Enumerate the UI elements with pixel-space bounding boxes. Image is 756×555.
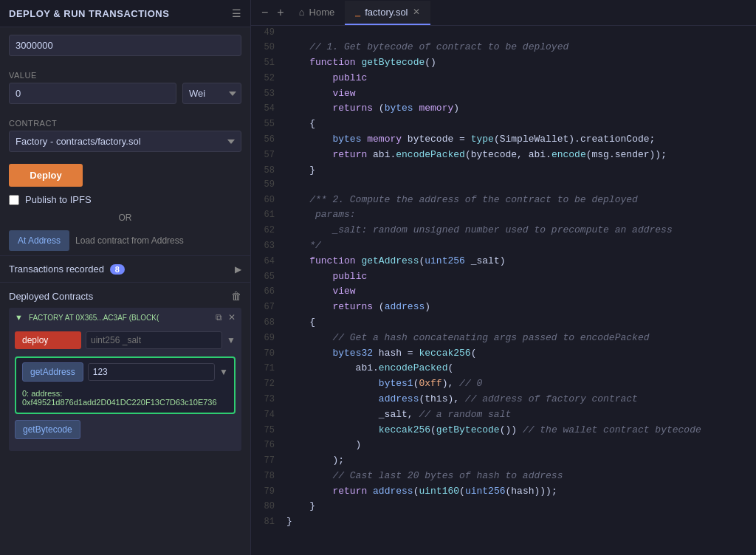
copy-icon[interactable]: ⧉ xyxy=(216,312,222,323)
panel-title: DEPLOY & RUN TRANSACTIONS xyxy=(9,8,169,19)
chevron-right-icon: ▶ xyxy=(235,264,241,275)
line-content: return address(uint160(uint256(hash))); xyxy=(286,484,756,500)
deploy-fn-chevron[interactable]: ▼ xyxy=(227,335,236,345)
line-content: bytes1(0xff), // 0 xyxy=(286,376,756,392)
line-number: 75 xyxy=(251,424,286,438)
tab-close-icon[interactable]: ✕ xyxy=(413,7,420,17)
code-line: 65 public xyxy=(251,269,756,285)
code-line: 80 } xyxy=(251,499,756,514)
at-address-button[interactable]: At Address xyxy=(9,230,69,251)
deploy-fn-button[interactable]: deploy xyxy=(15,331,81,349)
line-content: } xyxy=(286,514,756,530)
or-divider: OR xyxy=(0,210,250,226)
code-line: 60 /** 2. Compute the address of the con… xyxy=(251,193,756,208)
line-number: 61 xyxy=(251,208,286,222)
line-content: { xyxy=(286,117,756,132)
value-row: Wei Gwei Finney Ether xyxy=(9,83,241,104)
tab-factory[interactable]: ⎯ factory.sol ✕ xyxy=(345,1,430,25)
line-content: function getAddress(uint256 _salt) xyxy=(286,254,756,269)
code-line: 66 view xyxy=(251,284,756,300)
line-number: 78 xyxy=(251,469,286,483)
get-bytecode-button[interactable]: getBytecode xyxy=(15,420,80,439)
line-content: */ xyxy=(286,238,756,254)
code-line: 50 // 1. Get bytecode of contract to be … xyxy=(251,40,756,55)
code-line: 56 bytes memory bytecode = type(SimpleWa… xyxy=(251,132,756,148)
line-content: address(this), // address of factory con… xyxy=(286,392,756,407)
code-line: 57 return abi.encodePacked(bytecode, abi… xyxy=(251,148,756,163)
line-number: 52 xyxy=(251,72,286,86)
code-line: 68 { xyxy=(251,315,756,331)
deploy-section: Deploy xyxy=(0,159,250,190)
line-number: 80 xyxy=(251,500,286,514)
line-content: bytes32 hash = keccak256( xyxy=(286,346,756,362)
panel-header: DEPLOY & RUN TRANSACTIONS ☰ xyxy=(0,0,250,27)
factory-instance: ▼ FACTORY AT 0X365...AC3AF (BLOCK( ⧉ ✕ d… xyxy=(9,308,241,451)
get-address-result: 0: address: 0xf49521d876d1add2D041DC220F… xyxy=(16,386,234,413)
value-label: VALUE xyxy=(9,71,241,80)
line-content: ) xyxy=(286,438,756,453)
factory-address: FACTORY AT 0X365...AC3AF (BLOCK( xyxy=(29,314,159,322)
value-unit-select[interactable]: Wei Gwei Finney Ether xyxy=(182,83,241,104)
line-number: 49 xyxy=(251,26,286,40)
code-line: 79 return address(uint160(uint256(hash))… xyxy=(251,484,756,500)
publish-row: Publish to IPFS xyxy=(0,190,250,210)
code-area: 4950 // 1. Get bytecode of contract to b… xyxy=(251,26,756,555)
line-content: params: xyxy=(286,207,756,223)
deployed-contracts: Deployed Contracts 🗑 ▼ FACTORY AT 0X365.… xyxy=(0,282,250,464)
contract-select[interactable]: Factory - contracts/factory.sol xyxy=(9,131,241,152)
left-panel: DEPLOY & RUN TRANSACTIONS ☰ VALUE Wei Gw… xyxy=(0,0,251,555)
chevron-down-icon: ▼ xyxy=(15,313,23,322)
line-number: 71 xyxy=(251,362,286,376)
code-line: 67 returns (address) xyxy=(251,300,756,315)
line-number: 72 xyxy=(251,377,286,391)
line-number: 70 xyxy=(251,347,286,361)
value-input[interactable] xyxy=(9,83,176,104)
line-number: 77 xyxy=(251,454,286,468)
tab-home[interactable]: ⌂ Home xyxy=(289,1,346,25)
line-content: // 1. Get bytecode of contract to be dep… xyxy=(286,40,756,55)
zoom-out-button[interactable]: − xyxy=(257,0,272,25)
line-number: 68 xyxy=(251,316,286,330)
file-icon: ⎯ xyxy=(355,7,360,17)
line-number: 81 xyxy=(251,515,286,529)
get-address-header: getAddress ▼ xyxy=(16,358,234,386)
line-number: 65 xyxy=(251,270,286,284)
code-line: 63 */ xyxy=(251,238,756,254)
factory-header[interactable]: ▼ FACTORY AT 0X365...AC3AF (BLOCK( ⧉ ✕ xyxy=(9,308,241,327)
get-address-button[interactable]: getAddress xyxy=(22,362,83,382)
line-content: /** 2. Compute the address of the contra… xyxy=(286,193,756,208)
get-address-input[interactable] xyxy=(88,363,215,381)
line-content: view xyxy=(286,86,756,102)
deployed-header: Deployed Contracts 🗑 xyxy=(9,290,241,302)
line-number: 57 xyxy=(251,148,286,162)
line-number: 59 xyxy=(251,178,286,192)
code-line: 62 _salt: random unsigned number used to… xyxy=(251,223,756,238)
deploy-fn-input[interactable] xyxy=(86,331,222,349)
publish-checkbox[interactable] xyxy=(9,195,19,205)
tab-home-label: Home xyxy=(309,7,335,18)
at-address-row: At Address Load contract from Address xyxy=(0,226,250,255)
code-line: 72 bytes1(0xff), // 0 xyxy=(251,376,756,392)
transactions-label: Transactions recorded xyxy=(9,263,104,275)
line-content: // Get a hash concatenating args passed … xyxy=(286,331,756,346)
deployed-title: Deployed Contracts xyxy=(9,291,93,302)
right-panel: − + ⌂ Home ⎯ factory.sol ✕ 4950 // 1. Ge… xyxy=(251,0,756,555)
zoom-in-button[interactable]: + xyxy=(272,0,288,25)
line-content: _salt: random unsigned number used to pr… xyxy=(286,223,756,238)
line-content: ); xyxy=(286,453,756,469)
code-line: 49 xyxy=(251,26,756,40)
transactions-section[interactable]: Transactions recorded 8 ▶ xyxy=(0,255,250,282)
panel-menu-icon[interactable]: ☰ xyxy=(232,7,241,19)
code-line: 54 returns (bytes memory) xyxy=(251,101,756,117)
line-number: 51 xyxy=(251,56,286,70)
get-address-chevron[interactable]: ▼ xyxy=(219,367,228,377)
line-number: 79 xyxy=(251,485,286,499)
line-number: 56 xyxy=(251,133,286,147)
editor-tabs: − + ⌂ Home ⎯ factory.sol ✕ xyxy=(251,0,756,26)
contract-section: CONTRACT Factory - contracts/factory.sol xyxy=(0,111,250,159)
trash-icon[interactable]: 🗑 xyxy=(231,290,241,302)
account-section xyxy=(0,27,250,63)
account-input[interactable] xyxy=(9,35,241,56)
factory-close-icon[interactable]: ✕ xyxy=(228,312,236,323)
deploy-button[interactable]: Deploy xyxy=(9,164,83,187)
